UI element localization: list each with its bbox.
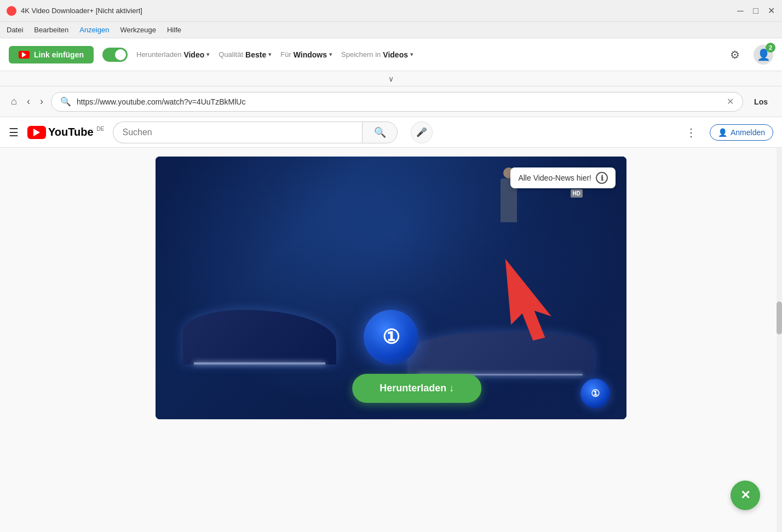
scrollbar-thumb[interactable] — [777, 302, 782, 334]
download-type-select[interactable]: Herunterladen Video ▾ — [136, 50, 210, 59]
account-button[interactable]: 👤 2 — [754, 45, 773, 65]
info-circle-icon: ℹ — [596, 172, 608, 184]
settings-button[interactable]: ⚙ — [725, 45, 745, 65]
globe-center — [364, 310, 418, 365]
toolbar: Link einfügen Herunterladen Video ▾ Qual… — [0, 38, 782, 71]
maximize-button[interactable]: □ — [751, 7, 760, 15]
menu-hilfe[interactable]: Hilfe — [167, 26, 181, 34]
download-overlay-button[interactable]: Herunterladen ↓ — [352, 374, 481, 403]
url-clear-button[interactable]: ✕ — [727, 96, 734, 107]
window-controls: ─ □ ✕ — [736, 7, 775, 15]
menu-anzeigen[interactable]: Anzeigen — [79, 26, 109, 34]
save-chevron-icon: ▾ — [410, 51, 413, 58]
toggle-switch[interactable] — [102, 48, 128, 62]
search-icon: 🔍 — [60, 96, 71, 107]
youtube-more-options-icon[interactable]: ⋮ — [681, 126, 701, 139]
download-label: Herunterladen — [136, 50, 181, 59]
title-bar-text: 4K Video Downloader+ [Nicht aktiviert] — [21, 7, 736, 15]
title-bar: 4K Video Downloader+ [Nicht aktiviert] ─… — [0, 0, 782, 22]
save-select[interactable]: Speichern in Videos ▾ — [341, 50, 413, 59]
for-select[interactable]: Für Windows ▾ — [280, 50, 332, 59]
video-container: Alle Video-News hier! ℹ HD Herunterladen… — [156, 157, 626, 419]
collapse-bar[interactable]: ∨ — [0, 71, 782, 86]
quality-label: Qualität — [219, 50, 243, 59]
menu-bearbeiten[interactable]: Bearbeiten — [34, 26, 68, 34]
globe-bottom-right — [580, 379, 610, 408]
close-x-button[interactable]: ✕ — [731, 481, 760, 510]
sign-in-label: Anmelden — [731, 128, 765, 137]
for-value: Windows — [294, 50, 327, 59]
app-icon — [7, 6, 16, 16]
quality-chevron-icon: ▾ — [268, 51, 272, 58]
youtube-header: ☰ YouTube DE 🔍 🎤 ⋮ 👤 Anmelden — [0, 117, 782, 148]
for-label: Für — [280, 50, 291, 59]
quality-select[interactable]: Qualität Beste ▾ — [219, 50, 272, 59]
forward-button[interactable]: › — [38, 94, 45, 109]
youtube-page: ☰ YouTube DE 🔍 🎤 ⋮ 👤 Anmelden — [0, 117, 782, 532]
save-label: Speichern in — [341, 50, 381, 59]
download-btn-label: Herunterladen ↓ — [380, 383, 454, 394]
youtube-logo[interactable]: YouTube DE — [27, 126, 104, 139]
url-text: https://www.youtube.com/watch?v=4UuTzBkM… — [77, 97, 721, 106]
sign-in-icon: 👤 — [718, 128, 727, 137]
home-button[interactable]: ⌂ — [9, 94, 19, 109]
back-button[interactable]: ‹ — [25, 94, 32, 109]
quality-value: Beste — [245, 50, 266, 59]
close-button[interactable]: ✕ — [767, 7, 775, 15]
youtube-mic-button[interactable]: 🎤 — [411, 122, 433, 143]
menu-bar: Datei Bearbeiten Anzeigen Werkzeuge Hilf… — [0, 22, 782, 38]
info-badge-text: Alle Video-News hier! — [518, 174, 591, 182]
youtube-search-input[interactable] — [113, 122, 362, 143]
save-value: Videos — [383, 50, 408, 59]
go-button[interactable]: Los — [749, 95, 773, 108]
minimize-button[interactable]: ─ — [736, 7, 745, 15]
video-thumbnail: Alle Video-News hier! ℹ HD Herunterladen… — [156, 157, 626, 419]
youtube-icon — [19, 51, 30, 59]
youtube-logo-icon — [27, 126, 46, 139]
hd-badge: HD — [571, 189, 583, 198]
youtube-country-code: DE — [97, 126, 105, 132]
youtube-sign-in-button[interactable]: 👤 Anmelden — [710, 124, 773, 141]
link-einfuegen-button[interactable]: Link einfügen — [9, 46, 94, 63]
notification-badge: 2 — [766, 43, 775, 53]
download-chevron-icon: ▾ — [206, 51, 210, 58]
hamburger-menu-icon[interactable]: ☰ — [9, 126, 19, 139]
menu-datei[interactable]: Datei — [7, 26, 23, 34]
youtube-search-button[interactable]: 🔍 — [362, 122, 398, 143]
scrollbar[interactable] — [777, 148, 782, 532]
menu-werkzeuge[interactable]: Werkzeuge — [120, 26, 156, 34]
youtube-search-box: 🔍 — [113, 122, 398, 143]
for-chevron-icon: ▾ — [329, 51, 332, 58]
browser-area: ⌂ ‹ › 🔍 https://www.youtube.com/watch?v=… — [0, 86, 782, 532]
download-value: Video — [183, 50, 204, 59]
address-bar: ⌂ ‹ › 🔍 https://www.youtube.com/watch?v=… — [0, 86, 782, 117]
url-bar[interactable]: 🔍 https://www.youtube.com/watch?v=4UuTzB… — [51, 92, 743, 112]
red-arrow-icon — [473, 244, 583, 354]
info-badge: Alle Video-News hier! ℹ — [510, 167, 616, 188]
collapse-chevron-icon: ∨ — [388, 74, 394, 83]
studio-scene: Alle Video-News hier! ℹ HD Herunterladen… — [156, 157, 626, 419]
link-btn-label: Link einfügen — [34, 50, 84, 59]
close-x-label: ✕ — [740, 488, 750, 502]
youtube-logo-text: YouTube — [48, 126, 94, 138]
